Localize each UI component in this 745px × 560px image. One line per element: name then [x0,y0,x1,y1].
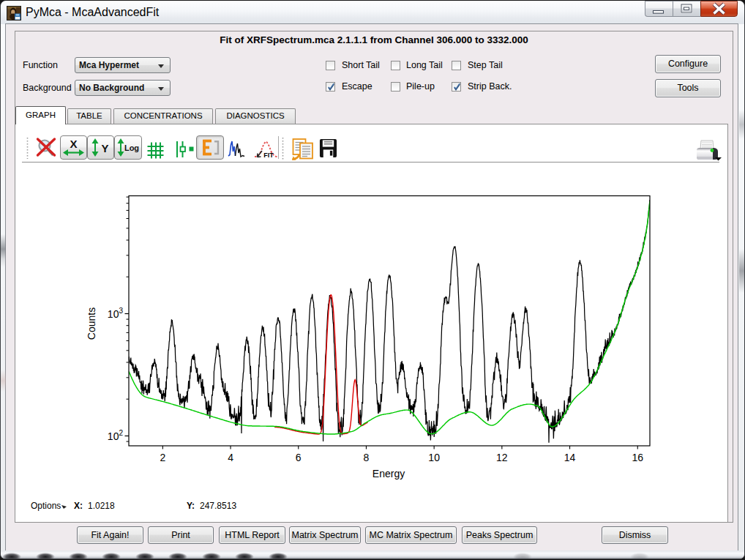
svg-text:Counts: Counts [86,307,97,340]
svg-text:FIT: FIT [263,152,274,159]
svg-text:8: 8 [364,452,370,463]
svg-text:X: X [70,138,77,150]
svg-text:4: 4 [228,452,233,463]
svg-text:10: 10 [428,452,440,463]
svg-text:12: 12 [496,452,508,463]
svg-text:103: 103 [108,307,124,320]
svg-text:6: 6 [296,452,302,463]
svg-text:2: 2 [160,452,165,463]
svg-text:102: 102 [108,429,124,442]
svg-text:Y: Y [101,142,108,154]
svg-text:14: 14 [564,452,576,463]
svg-text:Energy: Energy [372,468,405,479]
svg-text:Log: Log [124,143,139,152]
svg-text:16: 16 [632,452,643,463]
